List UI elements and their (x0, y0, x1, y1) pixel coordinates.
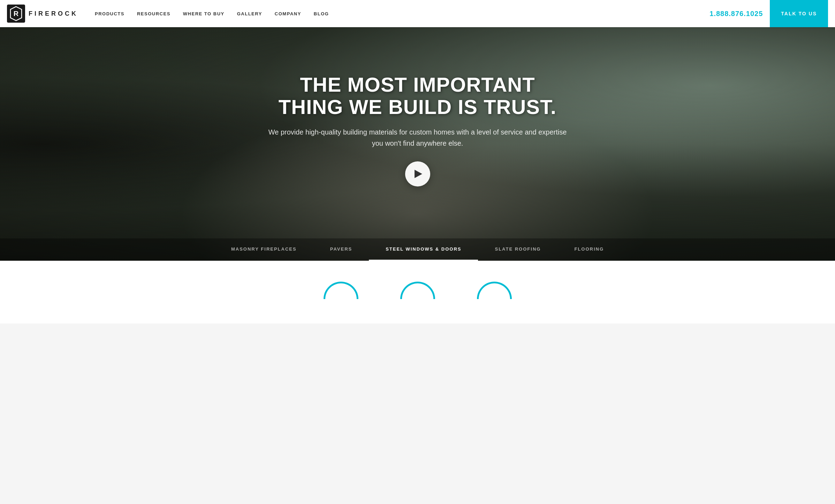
hero-section: THE MOST IMPORTANT THING WE BUILD IS TRU… (0, 27, 835, 261)
brand-name: FIREROCK (29, 10, 78, 17)
nav-links: PRODUCTS RESOURCES WHERE TO BUY GALLERY … (89, 11, 709, 16)
feature-3 (477, 282, 512, 303)
phone-number[interactable]: 1.888.876.1025 (709, 10, 763, 18)
product-tabs: MASONRY FIREPLACES PAVERS STEEL WINDOWS … (0, 238, 835, 261)
nav-resources[interactable]: RESOURCES (131, 11, 177, 16)
play-video-button[interactable] (405, 161, 430, 186)
features-section (0, 261, 835, 323)
feature-arc-3 (477, 282, 512, 299)
hero-subtitle: We provide high-quality building materia… (268, 127, 568, 149)
logo-icon: R (7, 5, 25, 23)
tab-masonry-fireplaces[interactable]: MASONRY FIREPLACES (214, 238, 313, 261)
feature-1 (324, 282, 358, 303)
nav-gallery[interactable]: GALLERY (231, 11, 268, 16)
tab-pavers[interactable]: PAVERS (313, 238, 369, 261)
nav-blog[interactable]: BLOG (308, 11, 335, 16)
brand-logo[interactable]: R FIREROCK (7, 5, 78, 23)
nav-company[interactable]: COMPANY (268, 11, 308, 16)
feature-arc-1 (324, 282, 358, 299)
talk-to-us-button[interactable]: TALK TO US (770, 0, 828, 27)
tab-steel-windows-doors[interactable]: STEEL WINDOWS & DOORS (369, 238, 478, 261)
hero-content: THE MOST IMPORTANT THING WE BUILD IS TRU… (261, 74, 575, 214)
hero-title: THE MOST IMPORTANT THING WE BUILD IS TRU… (268, 74, 568, 118)
feature-2 (400, 282, 435, 303)
main-nav: R FIREROCK PRODUCTS RESOURCES WHERE TO B… (0, 0, 835, 27)
tab-slate-roofing[interactable]: SLATE ROOFING (478, 238, 557, 261)
tab-flooring[interactable]: FLOORING (557, 238, 621, 261)
play-icon (415, 170, 422, 178)
nav-where-to-buy[interactable]: WHERE TO BUY (177, 11, 231, 16)
nav-right: 1.888.876.1025 TALK TO US (709, 0, 828, 27)
svg-text:R: R (14, 10, 19, 17)
nav-products[interactable]: PRODUCTS (89, 11, 131, 16)
feature-arc-2 (400, 282, 435, 299)
